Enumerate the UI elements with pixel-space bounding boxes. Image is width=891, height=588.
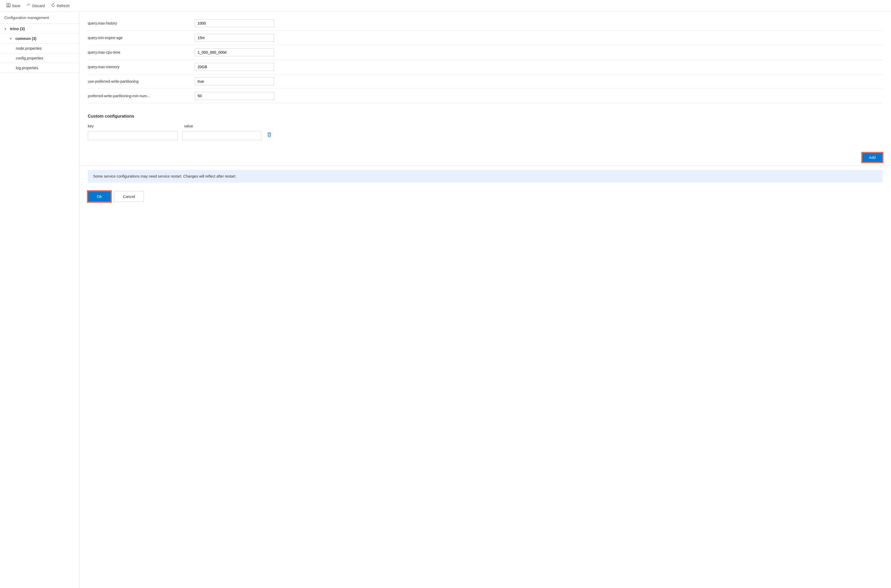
footer-actions: Ok Cancel (79, 187, 891, 208)
ok-button[interactable]: Ok (88, 191, 111, 202)
custom-configs-title: Custom configurations (88, 114, 882, 118)
config-row-1: query.min-expire-age (88, 31, 882, 45)
config-value-input-4[interactable] (195, 77, 274, 86)
cancel-button[interactable]: Cancel (114, 191, 144, 202)
add-button-row: Add (79, 150, 891, 166)
config-key-3: query.max-memory (88, 65, 188, 69)
key-column-header: key (88, 124, 178, 128)
config-row-5: preferred-write-partitioning-min-num... (88, 89, 882, 104)
tree-root-label: trino (3) (10, 26, 25, 31)
custom-configs-section: Custom configurations key value (79, 108, 891, 150)
chevron-down-icon: ∨ (4, 27, 8, 31)
main-layout: Configuration management ∨ trino (3) ∨ c… (0, 12, 891, 588)
tree-leaf-node-properties[interactable]: node.properties (0, 44, 79, 53)
config-key-0: query.max-history (88, 21, 188, 26)
content-panel: query.max-history query.min-expire-age q… (79, 12, 891, 588)
refresh-icon (51, 3, 55, 9)
chevron-down-icon: ∨ (9, 37, 13, 40)
custom-configs-header: key value (88, 124, 882, 128)
discard-icon (27, 3, 31, 9)
tree-leaf-log-properties[interactable]: log.properties (0, 63, 79, 73)
config-section: query.max-history query.min-expire-age q… (79, 12, 891, 108)
save-icon (6, 3, 11, 9)
toolbar: Save Discard Refresh (0, 0, 891, 12)
svg-rect-2 (7, 5, 10, 7)
value-column-header: value (184, 124, 263, 128)
svg-rect-1 (8, 3, 9, 5)
config-row-2: query.max-cpu-time (88, 45, 882, 60)
sidebar-title: Configuration management (0, 12, 79, 24)
config-row-0: query.max-history (88, 16, 882, 31)
discard-label: Discard (32, 4, 45, 8)
config-key-2: query.max-cpu-time (88, 50, 188, 54)
config-value-input-0[interactable] (195, 19, 274, 27)
tree-item-trino[interactable]: ∨ trino (3) (0, 24, 79, 34)
config-row-4: use-preferred-write-partitioning (88, 74, 882, 89)
tree-leaf-config-properties[interactable]: config.properties (0, 53, 79, 63)
custom-value-input[interactable] (182, 131, 261, 140)
config-key-4: use-preferred-write-partitioning (88, 79, 188, 84)
info-banner: Some service configurations may need ser… (88, 170, 882, 183)
save-button[interactable]: Save (4, 2, 23, 9)
trash-icon (267, 132, 272, 138)
config-value-input-1[interactable] (195, 34, 274, 42)
refresh-button[interactable]: Refresh (49, 2, 72, 9)
config-value-input-3[interactable] (195, 63, 274, 71)
config-key-5: preferred-write-partitioning-min-num... (88, 94, 188, 98)
custom-key-input[interactable] (88, 131, 178, 140)
config-row-3: query.max-memory (88, 60, 882, 74)
refresh-label: Refresh (57, 4, 69, 8)
discard-button[interactable]: Discard (25, 2, 47, 9)
add-button[interactable]: Add (862, 153, 882, 162)
config-value-input-2[interactable] (195, 48, 274, 56)
tree-child-label: common (3) (15, 36, 36, 41)
tree-item-common[interactable]: ∨ common (3) (0, 34, 79, 44)
delete-row-button[interactable] (266, 131, 273, 140)
config-key-1: query.min-expire-age (88, 36, 188, 40)
save-label: Save (12, 4, 20, 8)
sidebar: Configuration management ∨ trino (3) ∨ c… (0, 12, 79, 588)
custom-row-0 (88, 131, 882, 140)
info-banner-text: Some service configurations may need ser… (93, 174, 236, 178)
config-value-input-5[interactable] (195, 92, 274, 100)
